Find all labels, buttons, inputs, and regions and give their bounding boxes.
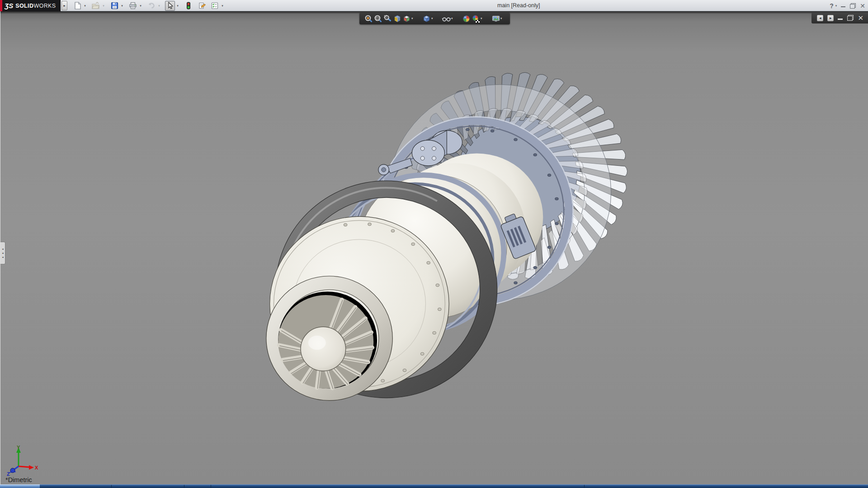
status-bar-left-segment: [0, 484, 40, 488]
triad-y-label: Y: [17, 445, 20, 450]
apply-scene-button[interactable]: [471, 14, 481, 23]
feature-panel-splitter-handle[interactable]: ◂ ◂ ◂: [0, 242, 5, 264]
heads-up-view-toolbar: ▾ ▾ ▾: [359, 13, 510, 24]
view-settings-monitor-icon: [491, 14, 500, 23]
previous-view-button[interactable]: [383, 14, 392, 23]
open-dropdown[interactable]: ▾: [101, 1, 106, 11]
help-dropdown[interactable]: ▾: [835, 4, 837, 8]
triad-z-label: Z: [7, 471, 10, 476]
view-orientation-button[interactable]: [402, 14, 411, 23]
document-title: main [Read-only]: [497, 2, 540, 9]
print-dropdown[interactable]: ▾: [138, 1, 143, 11]
options-button[interactable]: [210, 1, 220, 11]
doc-minimize-button[interactable]: [838, 15, 843, 21]
splitter-arrow-icon: ◂: [2, 247, 3, 251]
select-arrow-icon: [167, 2, 174, 9]
solidworks-logo: ƷS SOLIDWORKS: [0, 0, 61, 11]
ds-logo-icon: ƷS: [5, 2, 13, 9]
cone-tip-highlight: [308, 336, 326, 350]
engine-model-3d-view[interactable]: [0, 11, 868, 484]
document-window-controls: ◀ ▶ ✕: [811, 12, 868, 23]
reference-triad: Y X Z: [5, 445, 40, 476]
select-tool-button[interactable]: [165, 1, 175, 11]
select-dropdown[interactable]: ▾: [175, 1, 180, 11]
apply-scene-dropdown[interactable]: ▾: [481, 17, 484, 20]
zoom-to-fit-button[interactable]: [364, 14, 373, 23]
file-properties-button[interactable]: [197, 1, 207, 11]
title-bar: ƷS SOLIDWORKS ▸ ▾ ▾: [0, 0, 868, 11]
new-document-dropdown[interactable]: ▾: [82, 1, 88, 11]
doc-close-button[interactable]: ✕: [858, 14, 863, 21]
rebuild-traffic-light-icon: [186, 2, 191, 10]
app-minimize-button[interactable]: [841, 3, 846, 8]
edit-appearance-button[interactable]: [462, 14, 471, 23]
options-dropdown[interactable]: ▾: [220, 1, 225, 11]
zoom-to-area-button[interactable]: [373, 14, 383, 23]
zoom-to-area-icon: [374, 14, 382, 23]
checkered-flag: [476, 20, 480, 23]
eyeglasses-icon: [442, 14, 451, 23]
standard-toolbar: ▾ ▾ ▾: [72, 0, 228, 11]
rebuild-button[interactable]: [184, 1, 193, 11]
help-icon[interactable]: ?: [830, 2, 834, 9]
open-folder-icon: [92, 2, 100, 9]
print-button[interactable]: [128, 1, 138, 11]
app-close-button[interactable]: ✕: [860, 3, 865, 9]
save-floppy-icon: [111, 2, 118, 9]
view-orientation-cube-icon: [402, 14, 411, 23]
undo-dropdown[interactable]: ▾: [156, 1, 162, 11]
new-document-button[interactable]: [72, 1, 82, 11]
options-list-icon: [211, 2, 219, 9]
exhaust-cone-tip: [301, 327, 346, 371]
hide-show-items-dropdown[interactable]: ▾: [451, 17, 455, 20]
toggle-left-pane-button[interactable]: ◀: [817, 15, 823, 21]
appearance-ball-icon: [462, 14, 471, 23]
display-style-button[interactable]: [422, 14, 431, 23]
open-button[interactable]: [91, 1, 101, 11]
brand-name: SOLIDWORKS: [15, 3, 56, 9]
menu-flyout-arrow[interactable]: ▸: [61, 1, 67, 10]
new-document-icon: [74, 2, 81, 9]
printer-icon: [129, 2, 137, 9]
view-orientation-label: *Dimetric: [5, 476, 32, 483]
apply-scene-icon: [472, 14, 481, 23]
toggle-right-pane-button[interactable]: ▶: [827, 15, 834, 21]
display-style-dropdown[interactable]: ▾: [431, 17, 435, 20]
display-style-cube-icon: [422, 14, 431, 23]
status-bar: [0, 484, 868, 488]
doc-restore-button[interactable]: [847, 15, 854, 21]
previous-view-icon: [383, 14, 392, 23]
splitter-arrow-icon: ◂: [2, 255, 3, 259]
splitter-arrow-icon: ◂: [2, 251, 3, 255]
graphics-viewport[interactable]: ▾ ▾ ▾: [0, 11, 868, 484]
save-dropdown[interactable]: ▾: [119, 1, 125, 11]
view-settings-button[interactable]: [491, 14, 500, 23]
view-settings-dropdown[interactable]: ▾: [500, 17, 504, 20]
file-properties-icon: [198, 2, 206, 9]
undo-arrow-icon: [147, 2, 156, 9]
section-view-icon: [393, 14, 401, 23]
logo-accent-stripe: [0, 0, 2, 11]
titlebar-controls: ? ▾ ✕: [830, 0, 865, 11]
view-orientation-dropdown[interactable]: ▾: [411, 17, 415, 20]
triad-x-label: X: [35, 465, 38, 470]
app-restore-button[interactable]: [850, 3, 856, 9]
hide-show-items-button[interactable]: [442, 14, 451, 23]
section-view-button[interactable]: [392, 14, 402, 23]
zoom-to-fit-icon: [364, 14, 373, 23]
undo-button[interactable]: [146, 1, 156, 11]
save-button[interactable]: [109, 1, 119, 11]
